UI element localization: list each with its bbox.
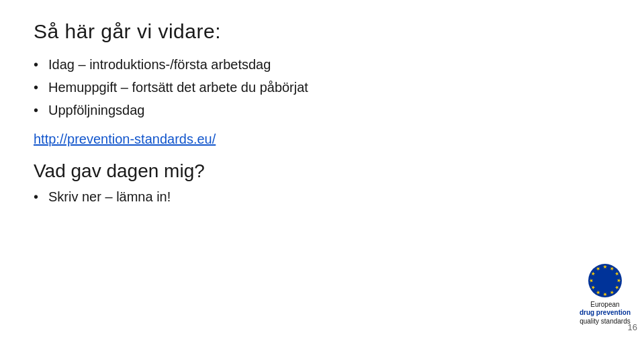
slide: Så här går vi vidare: Idag – introduktio… — [0, 0, 644, 339]
slide-title: Så här går vi vidare: — [34, 20, 610, 43]
bullet-list-2: Skriv ner – lämna in! — [34, 187, 610, 206]
logo-line1: European — [580, 301, 631, 309]
link-section: http://prevention-standards.eu/ — [34, 132, 610, 147]
bullet-item-1: Idag – introduktions-/första arbetsdag — [34, 55, 610, 74]
prevention-standards-link[interactable]: http://prevention-standards.eu/ — [34, 132, 216, 146]
eu-logo-area: European drug prevention quality standar… — [580, 263, 631, 326]
bullet-item-3: Uppföljningsdag — [34, 101, 610, 119]
logo-text: European drug prevention quality standar… — [580, 301, 631, 326]
eu-stars-icon — [588, 263, 623, 298]
svg-point-0 — [588, 264, 622, 297]
section2-heading: Vad gav dagen mig? — [34, 160, 610, 182]
eu-logo: European drug prevention quality standar… — [580, 263, 631, 326]
bullet-item-4: Skriv ner – lämna in! — [34, 187, 610, 206]
bullet-list-1: Idag – introduktions-/första arbetsdag H… — [34, 55, 610, 119]
logo-line3: quality standards — [580, 318, 631, 326]
page-number: 16 — [628, 322, 637, 332]
bullet-item-2: Hemuppgift – fortsätt det arbete du påbö… — [34, 78, 610, 97]
logo-line2: drug prevention — [580, 309, 631, 318]
